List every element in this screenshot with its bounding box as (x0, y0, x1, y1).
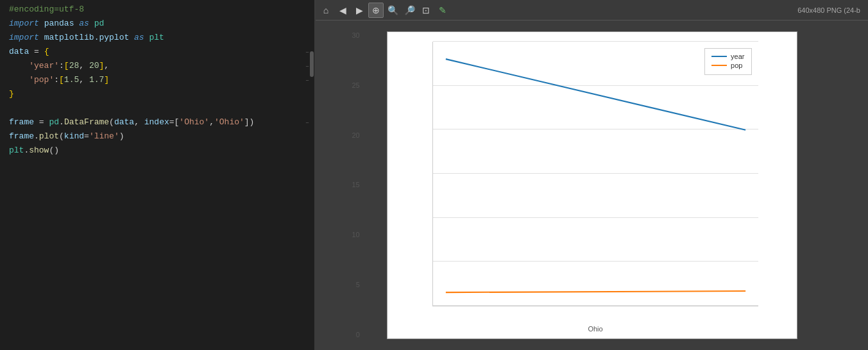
line-content-3: data = { (9, 45, 303, 59)
token: } (9, 87, 14, 101)
token: data (114, 115, 134, 129)
legend-line-pop (711, 65, 727, 66)
configure-button[interactable]: ⊡ (418, 3, 434, 18)
zoom-in-button[interactable]: 🔍 (385, 3, 400, 18)
zoom-out-button[interactable]: 🔎 (402, 3, 417, 18)
token: = (39, 115, 44, 129)
token: . (59, 115, 64, 129)
pan-button[interactable]: ⊕ (368, 3, 384, 18)
token: DataFrame (64, 115, 109, 129)
token: pd (49, 115, 59, 129)
token: . (34, 129, 39, 144)
token: = (84, 129, 89, 144)
token: 1.7 (89, 73, 104, 87)
token: ) (119, 129, 124, 144)
legend-label-year: year (731, 53, 744, 60)
line-content-8: frame = pd.DataFrame(data, index=['Ohio'… (9, 115, 303, 129)
token: ] (99, 59, 104, 73)
token: : (54, 73, 59, 87)
y-label-15: 15 (352, 181, 360, 188)
code-line-5: 'pop':[1.5, 1.7]– (0, 73, 314, 87)
token (9, 59, 29, 73)
token (29, 45, 34, 59)
code-area[interactable]: #encoding=utf-8import pandas as pdimport… (0, 0, 314, 350)
token: index (144, 115, 169, 129)
token (9, 73, 29, 87)
legend-item-year: year (711, 53, 744, 60)
chart-container: 30 25 20 15 10 5 0 (387, 31, 797, 339)
code-line-9: frame.plot(kind='line') (0, 129, 314, 144)
token (39, 45, 44, 59)
token: data (9, 45, 29, 59)
token: , (134, 115, 144, 129)
token: 'Ohio' (179, 115, 209, 129)
token: show (29, 144, 49, 158)
toolbar-info: 640x480 PNG (24-b (797, 6, 860, 14)
code-line-3: data = {– (0, 45, 314, 59)
year-line (445, 59, 745, 130)
token: frame (9, 115, 34, 129)
token (89, 17, 94, 31)
scroll-handle[interactable] (310, 51, 314, 77)
token: 'line' (89, 129, 119, 144)
line-content-6: } (9, 87, 309, 101)
pencil-button[interactable]: ✎ (435, 3, 450, 18)
code-line-1: import pandas as pd (0, 17, 314, 31)
token: ( (59, 129, 64, 144)
y-label-30: 30 (352, 32, 360, 39)
token: 'pop' (29, 73, 54, 87)
token: ] (104, 73, 109, 87)
token: , (209, 115, 214, 129)
token: plt (9, 144, 24, 158)
token: . (24, 144, 29, 158)
y-label-10: 10 (352, 231, 360, 238)
token: matplotlib.pyplot (44, 31, 130, 45)
code-line-0: #encoding=utf-8 (0, 3, 314, 17)
token: : (59, 59, 64, 73)
token: 28 (69, 59, 80, 73)
forward-button[interactable]: ▶ (352, 3, 367, 18)
token (39, 31, 44, 45)
plot-content: 30 25 20 15 10 5 0 (316, 21, 868, 350)
line-content-10: plt.show() (9, 144, 309, 158)
y-label-0: 0 (356, 331, 360, 338)
token: as (79, 17, 89, 31)
token (34, 115, 39, 129)
token: 20 (89, 59, 99, 73)
token: , (104, 59, 109, 73)
code-line-6: } (0, 87, 314, 101)
back-button[interactable]: ◀ (335, 3, 350, 18)
token (129, 31, 134, 45)
chart-legend: year pop (704, 48, 751, 75)
x-axis-title: Ohio (588, 325, 602, 333)
token: frame (9, 129, 34, 144)
code-line-4: 'year':[28, 20],– (0, 59, 314, 73)
legend-label-pop: pop (731, 62, 742, 69)
token: as (134, 31, 144, 45)
pop-line (445, 291, 745, 292)
token: 'year' (29, 59, 59, 73)
token: plt (149, 31, 164, 45)
scrollbar[interactable] (309, 0, 314, 350)
token: import (9, 31, 39, 45)
line-content-1: import pandas as pd (9, 17, 309, 31)
line-content-9: frame.plot(kind='line') (9, 129, 309, 144)
code-line-8: frame = pd.DataFrame(data, index=['Ohio'… (0, 115, 314, 129)
editor-panel: #encoding=utf-8import pandas as pdimport… (0, 0, 314, 350)
token: () (49, 144, 59, 158)
line-content-2: import matplotlib.pyplot as plt (9, 31, 309, 45)
y-axis-labels: 30 25 20 15 10 5 0 (352, 32, 363, 338)
token: ]) (244, 115, 255, 129)
token: = (34, 45, 39, 59)
plot-toolbar: ⌂ ◀ ▶ ⊕ 🔍 🔎 ⊡ ✎ 640x480 PNG (24-b (316, 0, 868, 21)
token (144, 31, 149, 45)
chart-svg (433, 42, 758, 306)
home-button[interactable]: ⌂ (318, 3, 334, 18)
line-content-4: 'year':[28, 20], (9, 59, 303, 73)
token: [ (64, 59, 69, 73)
token: ( (109, 115, 114, 129)
token: plot (39, 129, 59, 144)
token (74, 17, 79, 31)
token: pandas (44, 17, 74, 31)
plot-panel: ⌂ ◀ ▶ ⊕ 🔍 🔎 ⊡ ✎ 640x480 PNG (24-b 30 25 … (316, 0, 868, 350)
